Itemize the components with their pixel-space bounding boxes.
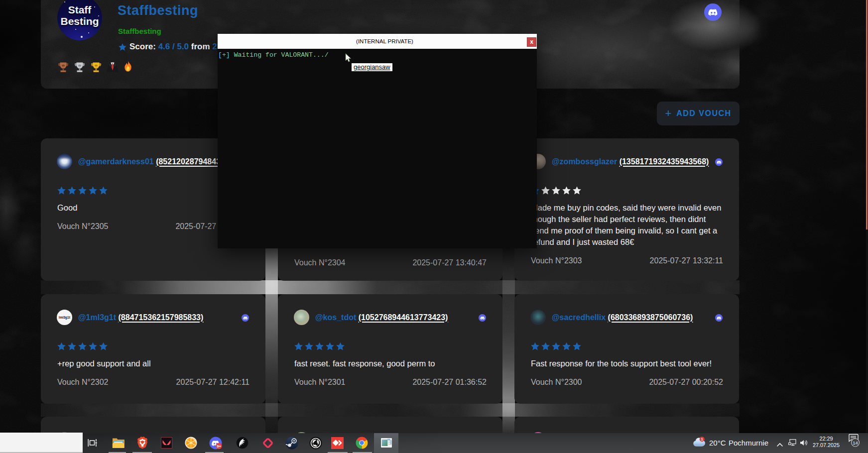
svg-text:9+: 9+ — [217, 444, 221, 449]
svg-text:14: 14 — [853, 440, 858, 446]
svg-text:1: 1 — [701, 437, 704, 442]
